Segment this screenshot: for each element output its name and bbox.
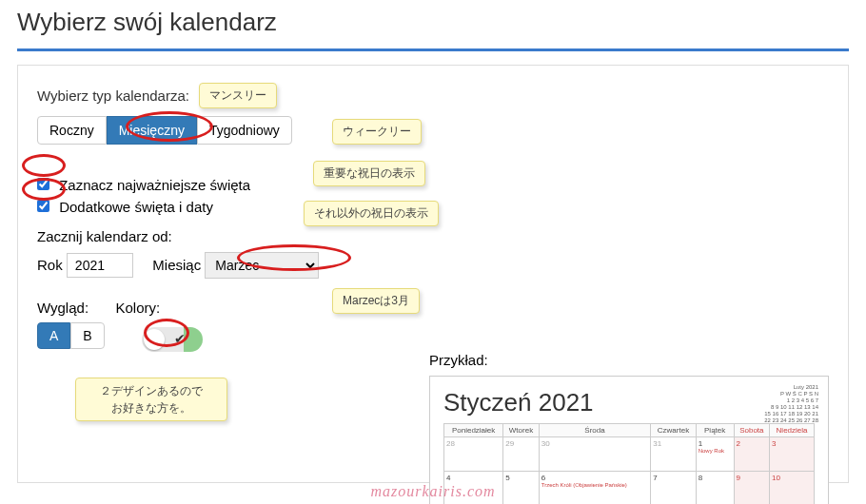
month-select[interactable]: Marzec	[205, 252, 319, 279]
calendar-cell: 28	[444, 436, 503, 471]
calendar-cell: 5	[503, 471, 539, 504]
calendar-table: PoniedziałekWtorekŚrodaCzwartekPiątekSob…	[443, 423, 815, 504]
type-btn-miesięczny[interactable]: Miesięczny	[107, 116, 197, 145]
annot-design: ２デザインあるのでお好きな方を。	[75, 378, 227, 421]
calendar-cell: 31	[651, 436, 696, 471]
calendar-cell: 3	[770, 436, 815, 471]
page-title: Wybierz swój kalendarz	[0, 0, 866, 48]
weekday-header: Sobota	[734, 423, 770, 436]
calendar-cell: 8	[696, 471, 734, 504]
mini-calendar: Luty 2021 P W Ś C P S N 1 2 3 4 5 6 7 8 …	[752, 384, 818, 424]
annot-important: 重要な祝日の表示	[313, 161, 425, 186]
colors-label: Kolory:	[116, 300, 161, 316]
calendar-cell: 1Nowy Rok	[696, 436, 734, 471]
preview-label: Przykład:	[429, 352, 829, 368]
calendar-cell: 6Trzech Króli (Objawienie Pańskie)	[539, 471, 651, 504]
weekday-header: Czwartek	[651, 423, 696, 436]
type-btn-tygodniowy[interactable]: Tygodniowy	[197, 116, 292, 145]
check-icon: ✔	[174, 331, 186, 346]
calendar-cell: 30	[539, 436, 651, 471]
look-btn-a[interactable]: A	[37, 322, 70, 349]
month-field: Miesiąc Marzec	[152, 252, 319, 279]
check-additional[interactable]	[37, 200, 49, 212]
calendar-cell: 7	[651, 471, 696, 504]
type-btn-roczny[interactable]: Roczny	[37, 116, 107, 145]
type-buttons: RocznyMiesięcznyTygodniowy	[37, 116, 292, 145]
weekday-header: Poniedziałek	[444, 423, 503, 436]
left-column: Wybierz typ kalendarza: マンスリー RocznyMies…	[37, 83, 437, 352]
accent-bar	[17, 48, 849, 51]
toggle-green	[184, 327, 203, 352]
year-input[interactable]	[67, 253, 133, 278]
check-additional-label: Dodatkowe święta i daty	[59, 199, 213, 215]
annot-weekly: ウィークリー	[332, 119, 422, 145]
toggle-knob	[144, 329, 165, 350]
weekday-header: Piątek	[696, 423, 734, 436]
config-panel: Wybierz typ kalendarza: マンスリー RocznyMies…	[17, 65, 849, 483]
annot-additional: それ以外の祝日の表示	[304, 201, 439, 226]
ab-buttons: AB	[37, 322, 105, 349]
start-label: Zacznij kalendarz od:	[37, 228, 437, 244]
month-label: Miesiąc	[152, 257, 201, 273]
watermark: mazourkairis.com	[370, 483, 495, 500]
ring-check1	[22, 154, 66, 177]
look-label: Wygląd:	[37, 300, 89, 316]
look-btn-b[interactable]: B	[70, 322, 104, 349]
weekday-header: Wtorek	[503, 423, 539, 436]
annot-marzec: Marzecは3月	[332, 288, 420, 314]
right-column: Przykład: Luty 2021 P W Ś C P S N 1 2 3 …	[429, 352, 829, 504]
check-important-label: Zaznacz najważniejsze święta	[59, 177, 250, 193]
year-label: Rok	[37, 257, 63, 273]
color-toggle[interactable]: ✔	[142, 327, 195, 352]
calendar-cell: 29	[503, 436, 539, 471]
calendar-cell: 2	[734, 436, 770, 471]
weekday-header: Niedziela	[770, 423, 815, 436]
calendar-cell: 9	[734, 471, 770, 504]
weekday-header: Środa	[539, 423, 651, 436]
check-important[interactable]	[37, 178, 49, 190]
annot-monthly: マンスリー	[199, 83, 277, 108]
type-label: Wybierz typ kalendarza:	[37, 87, 189, 104]
year-field: Rok	[37, 253, 133, 278]
calendar-cell: 10	[770, 471, 815, 504]
